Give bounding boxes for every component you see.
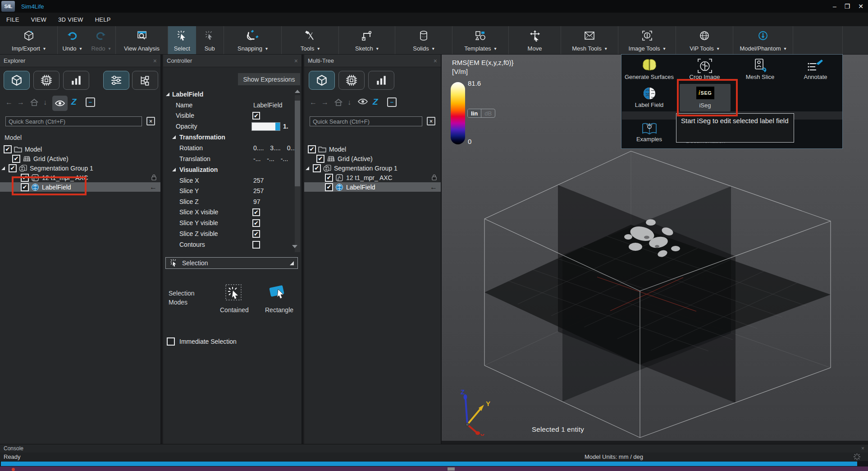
tree-row-model[interactable]: ✔ Model (0, 144, 160, 154)
toolbar-solids[interactable]: Solids▾ (395, 26, 452, 54)
collapse-icon[interactable] (290, 261, 294, 265)
simulation-view-button[interactable] (338, 71, 365, 90)
popup-mesh-slice[interactable]: Mesh Slice (732, 58, 788, 80)
zoom-to-icon[interactable]: Z (71, 97, 77, 107)
prop-value[interactable]: LabelField (253, 102, 283, 109)
toolbar-tools[interactable]: Tools▾ (282, 26, 338, 54)
tree-row-labelfield[interactable]: ✔ LabelField ← (304, 182, 441, 192)
popup-annotate[interactable]: Annotate (788, 58, 843, 80)
analysis-view-button[interactable] (63, 71, 89, 90)
checkbox[interactable]: ✔ (313, 164, 321, 172)
analysis-view-button[interactable] (368, 71, 394, 90)
menu-3d-view[interactable]: 3D VIEW (58, 16, 83, 23)
close-button[interactable]: ✕ (858, 3, 863, 10)
visibility-eye-button[interactable] (52, 96, 68, 111)
nav-down-icon[interactable]: ↓ (43, 98, 47, 106)
properties-scrollbar[interactable] (295, 95, 300, 252)
opacity-slider[interactable] (251, 122, 280, 131)
minimize-button[interactable]: – (833, 3, 836, 10)
nav-forward-icon[interactable]: → (17, 98, 24, 106)
clear-search-icon[interactable]: × (427, 117, 435, 125)
toolbar-undo[interactable]: Undo▾ (58, 26, 87, 54)
tree-row-grid[interactable]: ✔ Grid (Active) (304, 154, 441, 163)
show-expressions-button[interactable]: Show Expressions (238, 73, 300, 85)
popup-crop-image[interactable]: Crop Image (677, 58, 732, 80)
checkbox[interactable]: ✔ (252, 112, 260, 120)
close-icon[interactable]: × (434, 57, 437, 65)
prop-value[interactable]: 257 (253, 177, 264, 184)
tree-row-segmentation-group[interactable]: ✔ Segmentation Group 1 (304, 163, 441, 173)
toolbar-image-tools[interactable]: Image Tools▾ (618, 26, 676, 54)
maximize-button[interactable]: ❐ (845, 3, 850, 10)
prop-value[interactable]: 257 (253, 187, 264, 194)
nav-back-icon[interactable]: ← (310, 98, 317, 106)
checkbox[interactable]: ✔ (325, 174, 333, 182)
expander-icon[interactable] (166, 92, 169, 96)
toolbar-view-analysis[interactable]: View Analysis (116, 26, 168, 54)
expander-icon[interactable] (172, 135, 176, 139)
checkbox[interactable]: ✔ (4, 145, 12, 153)
toolbar-select[interactable]: Select (168, 26, 196, 54)
scrollbar-thumb[interactable] (295, 101, 300, 186)
visibility-eye-button[interactable] (357, 98, 368, 105)
linear-scale-button[interactable]: lin (468, 109, 481, 117)
toolbar-templates[interactable]: Templates▾ (452, 26, 508, 54)
home-icon[interactable] (30, 98, 39, 106)
translation-z[interactable]: -... (281, 155, 288, 162)
checkbox[interactable]: ✔ (252, 219, 260, 227)
contained-mode-button[interactable] (224, 282, 243, 302)
toolbar-move[interactable]: Move (509, 26, 561, 54)
toolbar-sketch[interactable]: Sketch▾ (339, 26, 395, 54)
close-icon[interactable]: × (153, 57, 157, 65)
close-icon[interactable]: × (294, 57, 298, 65)
toolbar-mesh-tools[interactable]: Mesh Tools▾ (561, 26, 618, 54)
collapse-all-icon[interactable]: − (86, 97, 95, 107)
simulation-view-button[interactable] (33, 71, 59, 90)
checkbox[interactable]: ✔ (308, 145, 316, 153)
close-icon[interactable]: × (861, 445, 864, 452)
popup-examples[interactable]: Examples (621, 121, 677, 143)
toolbar-vip-tools[interactable]: ViP Tools▾ (676, 26, 733, 54)
tree-row-segmentation-group[interactable]: ✔ Segmentation Group 1 (0, 163, 160, 173)
nav-down-icon[interactable]: ↓ (347, 98, 351, 106)
hierarchy-view-button[interactable] (132, 71, 158, 90)
scroll-up-icon[interactable] (295, 90, 300, 93)
rotation-x[interactable]: 0.... (253, 144, 264, 152)
model-view-button[interactable] (4, 71, 30, 90)
db-scale-button[interactable]: dB (481, 109, 495, 117)
prop-section-labelfield[interactable]: LabelField (163, 89, 302, 99)
toolbar-model-phantom[interactable]: Model/Phantom▾ (733, 26, 793, 54)
zoom-to-icon[interactable]: Z (373, 97, 378, 107)
expander-icon[interactable] (306, 166, 309, 170)
checkbox[interactable]: ✔ (9, 164, 17, 172)
nav-back-icon[interactable]: ← (5, 98, 13, 106)
goto-arrow-icon[interactable]: ← (430, 183, 437, 191)
checkbox[interactable]: ✔ (252, 230, 260, 238)
clear-search-icon[interactable]: × (146, 117, 155, 125)
menu-file[interactable]: FILE (6, 16, 19, 23)
selection-section-header[interactable]: Selection (165, 257, 298, 269)
tree-row-image[interactable]: ✔ A 12 t1_mpr_ AXC (304, 173, 441, 182)
rotation-y[interactable]: 3.... (270, 144, 280, 152)
checkbox[interactable]: ✔ (325, 183, 333, 191)
goto-arrow-icon[interactable]: ← (150, 183, 157, 191)
collapse-all-icon[interactable]: − (387, 97, 397, 107)
rectangle-mode-button[interactable] (268, 282, 288, 302)
translation-x[interactable]: -... (253, 155, 260, 162)
toolbar-sub[interactable]: Sub (196, 26, 224, 54)
explorer-search-input[interactable]: Quick Search (Ctrl+F) (5, 116, 142, 126)
checkbox[interactable]: ✔ (316, 155, 324, 163)
toolbar-imp-export[interactable]: Imp/Export▾ (0, 26, 57, 54)
checkbox[interactable] (167, 337, 175, 346)
multitree-search-input[interactable]: Quick Search (Ctrl+F) (310, 116, 422, 126)
expander-icon[interactable] (172, 168, 176, 171)
expander-icon[interactable] (1, 166, 5, 170)
home-icon[interactable] (334, 98, 343, 106)
prop-section-visualization[interactable]: Visualization (163, 165, 302, 175)
scroll-down-icon[interactable] (292, 245, 297, 248)
translation-y[interactable]: -... (267, 155, 274, 162)
toolbar-snapping[interactable]: Snapping▾ (224, 26, 281, 54)
checkbox[interactable] (252, 241, 260, 249)
tree-row-model[interactable]: ✔ Model (304, 144, 441, 154)
popup-generate-surfaces[interactable]: Generate Surfaces (621, 58, 677, 80)
